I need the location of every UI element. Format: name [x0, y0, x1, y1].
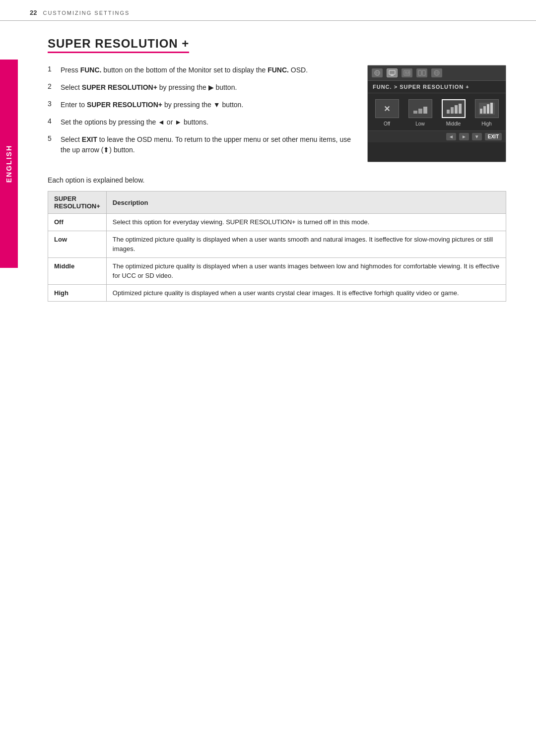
osd-option-label-low: Low	[415, 121, 424, 126]
osd-icon-picture	[402, 68, 412, 77]
osd-breadcrumb: FUNC. > SUPER RESOLUTION +	[368, 81, 506, 93]
svg-rect-3	[389, 70, 395, 74]
step-number-5: 5	[48, 134, 56, 142]
table-desc-middle: The optimized picture quality is display…	[106, 257, 506, 284]
svg-rect-19	[447, 110, 450, 114]
page-number: 22	[30, 9, 37, 16]
svg-rect-24	[480, 109, 482, 114]
step-text-1: Press FUNC. button on the bottom of the …	[61, 65, 308, 75]
step-4: 4 Set the options by pressing the ◄ or ►…	[48, 117, 352, 127]
step-5: 5 Select EXIT to leave the OSD menu. To …	[48, 134, 352, 155]
section-title: SUPER RESOLUTION +	[48, 37, 189, 53]
step-number-2: 2	[48, 82, 56, 90]
table-row-low: Low The optimized picture quality is dis…	[48, 231, 506, 257]
osd-option-off: ✕ Off	[375, 99, 399, 126]
table-label-low: Low	[48, 231, 107, 257]
step-text-4: Set the options by pressing the ◄ or ► b…	[61, 117, 208, 127]
svg-rect-8	[405, 73, 409, 74]
osd-option-low: Low	[408, 99, 432, 126]
osd-top-bar	[368, 65, 506, 81]
osd-option-icon-low	[408, 99, 432, 118]
sidebar-language-label: ENGLISH	[0, 60, 18, 268]
table-row-off: Off Select this option for everyday view…	[48, 214, 506, 231]
table-label-high: High	[48, 284, 107, 302]
svg-rect-17	[423, 107, 427, 114]
table-label-middle: Middle	[48, 257, 107, 284]
step-1: 1 Press FUNC. button on the bottom of th…	[48, 65, 352, 75]
osd-nav-left: ◄	[446, 133, 456, 140]
svg-rect-4	[391, 75, 394, 76]
osd-option-icon-off: ✕	[375, 99, 399, 118]
table-desc-high: Optimized picture quality is displayed w…	[106, 284, 506, 302]
osd-icon-game	[372, 68, 383, 77]
svg-rect-9	[418, 70, 421, 75]
osd-option-icon-high	[475, 99, 499, 118]
svg-rect-6	[405, 71, 407, 73]
osd-option-middle: Middle	[442, 99, 466, 126]
step-number-3: 3	[48, 100, 56, 108]
table-label-off: Off	[48, 214, 107, 231]
osd-option-high: High	[475, 99, 499, 126]
step-text-3: Enter to SUPER RESOLUTION+ by pressing t…	[61, 100, 243, 110]
svg-rect-7	[407, 71, 409, 73]
page-header: 22 CUSTOMIZING SETTINGS	[0, 0, 536, 21]
svg-rect-10	[422, 70, 425, 75]
each-option-intro: Each option is explained below.	[48, 176, 506, 184]
step-2: 2 Select SUPER RESOLUTION+ by pressing t…	[48, 82, 352, 93]
osd-bottom-bar: ◄ ► ▼ EXIT	[368, 130, 506, 142]
osd-icon-globe	[431, 68, 442, 77]
instructions-list: 1 Press FUNC. button on the bottom of th…	[48, 65, 352, 162]
osd-nav-right: ►	[459, 133, 469, 140]
svg-rect-21	[455, 105, 458, 114]
main-content: SUPER RESOLUTION + 1 Press FUNC. button …	[18, 21, 536, 321]
table-row-high: High Optimized picture quality is displa…	[48, 284, 506, 302]
osd-options: ✕ Off Low	[368, 93, 506, 130]
table-desc-off: Select this option for everyday viewing.…	[106, 214, 506, 231]
osd-option-label-high: High	[481, 121, 492, 126]
table-header-description: Description	[106, 191, 506, 214]
step-number-4: 4	[48, 117, 56, 125]
table-header-option: SUPERRESOLUTION+	[48, 191, 107, 214]
osd-option-icon-middle	[442, 99, 466, 118]
table-desc-low: The optimized picture quality is display…	[106, 231, 506, 257]
osd-icon-display	[387, 68, 398, 77]
svg-rect-26	[487, 104, 489, 114]
osd-icon-split	[416, 68, 427, 77]
content-wrapper: 1 Press FUNC. button on the bottom of th…	[48, 65, 506, 162]
svg-rect-25	[483, 106, 486, 114]
svg-rect-20	[451, 107, 454, 114]
step-3: 3 Enter to SUPER RESOLUTION+ by pressing…	[48, 100, 352, 110]
description-table: SUPERRESOLUTION+ Description Off Select …	[48, 191, 506, 302]
table-row-middle: Middle The optimized picture quality is …	[48, 257, 506, 284]
osd-option-label-off: Off	[384, 121, 390, 126]
step-number-1: 1	[48, 65, 56, 73]
osd-nav-down: ▼	[472, 133, 482, 140]
osd-exit-button: EXIT	[485, 133, 502, 140]
osd-panel: FUNC. > SUPER RESOLUTION + ✕ Off	[367, 65, 506, 162]
page-header-title: CUSTOMIZING SETTINGS	[43, 10, 130, 16]
svg-rect-27	[490, 103, 493, 114]
svg-rect-22	[459, 104, 462, 114]
step-text-2: Select SUPER RESOLUTION+ by pressing the…	[61, 82, 237, 93]
svg-rect-15	[413, 111, 417, 114]
step-text-5: Select EXIT to leave the OSD menu. To re…	[61, 134, 352, 155]
osd-option-label-middle: Middle	[446, 121, 461, 126]
svg-rect-16	[418, 109, 422, 114]
